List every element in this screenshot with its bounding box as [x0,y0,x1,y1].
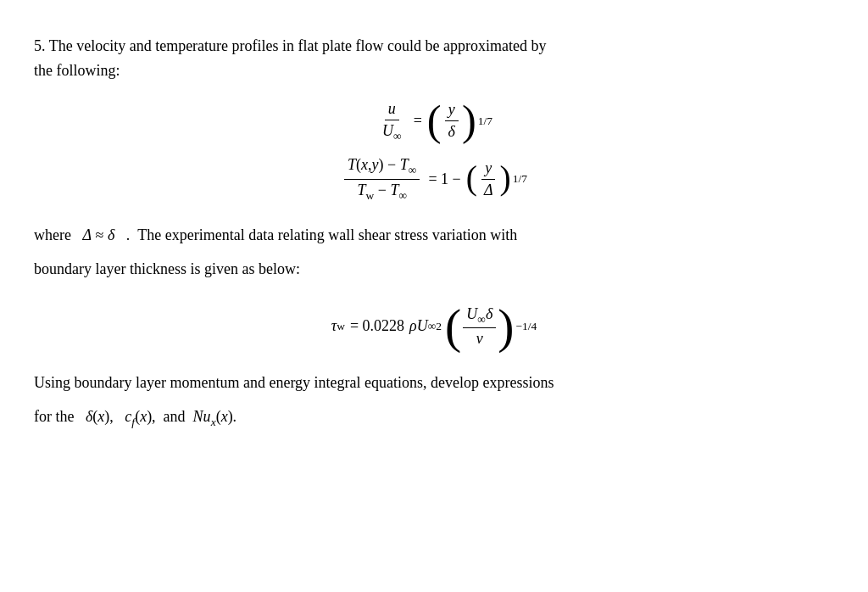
eq2-exponent: 1/7 [513,172,527,186]
eq2-inner-num: y [481,159,495,180]
rho-symbol: ρ [409,317,417,335]
tau-subscript: w [337,320,345,333]
U-inf-sub: ∞ [428,320,437,333]
eq2-inner-den: Δ [481,180,497,199]
tau-inner-numerator: U∞δ [463,305,496,329]
eq1-equals: = [414,112,422,130]
intro-text: The velocity and temperature profiles in… [49,37,547,54]
eq1-left-paren: ( [427,103,442,139]
tau-equation: τ w = 0.0228 ρ U ∞ 2 ( U∞δ ν ) −1/4 [34,305,834,349]
eq1-exponent: 1/7 [478,114,492,128]
eq2-fraction: T(x,y) − T∞ Tw − T∞ [344,156,420,202]
big-paren-right: ) [498,307,514,346]
eq1-inner-fraction: y δ [445,101,459,141]
eq1-fraction: u U∞ [379,100,405,143]
eq1-inner-num: y [445,101,459,121]
eq1-inner-den: δ [445,121,459,141]
big-paren-left: ( [445,307,461,346]
eq2-equals: = 1 − [428,170,460,188]
eq2-left-paren: ( [466,165,477,193]
intro-text2: the following: [34,62,120,79]
main-content: 5. The velocity and temperature profiles… [34,34,834,434]
eq2-denominator: Tw − T∞ [353,180,410,203]
equation-2: T(x,y) − T∞ Tw − T∞ = 1 − ( y Δ ) 1/7 [341,156,527,202]
boundary-line: boundary layer thickness is given as bel… [34,253,834,287]
using-line: Using boundary layer momentum and energy… [34,366,834,400]
problem-statement: 5. The velocity and temperature profiles… [34,34,834,83]
eq2-numerator: T(x,y) − T∞ [344,156,420,180]
for-line: for the δ(x), cf(x), and Nux(x). [34,400,834,434]
where-line: where Δ ≈ δ . The experimental data rela… [34,219,834,253]
eq1-right-paren: ) [462,103,476,139]
U-symbol: U [417,317,428,335]
eq2-inner-fraction: y Δ [481,159,497,199]
tau-outer-exp: −1/4 [515,320,537,333]
eq2-right-paren: ) [499,165,510,193]
eq1-numerator: u [385,100,399,120]
tau-inner-fraction: U∞δ ν [463,305,496,349]
tau-equals: = 0.0228 [350,317,404,335]
U-exp-2: 2 [436,320,442,333]
eq1-denominator: U∞ [379,120,405,143]
equation-1: u U∞ = ( y δ ) 1/7 [376,100,492,143]
tau-inner-denominator: ν [473,328,487,348]
problem-number: 5. [34,37,46,54]
equation-block-1: u U∞ = ( y δ ) 1/7 T(x,y) − T∞ Tw − T∞ [34,100,834,203]
